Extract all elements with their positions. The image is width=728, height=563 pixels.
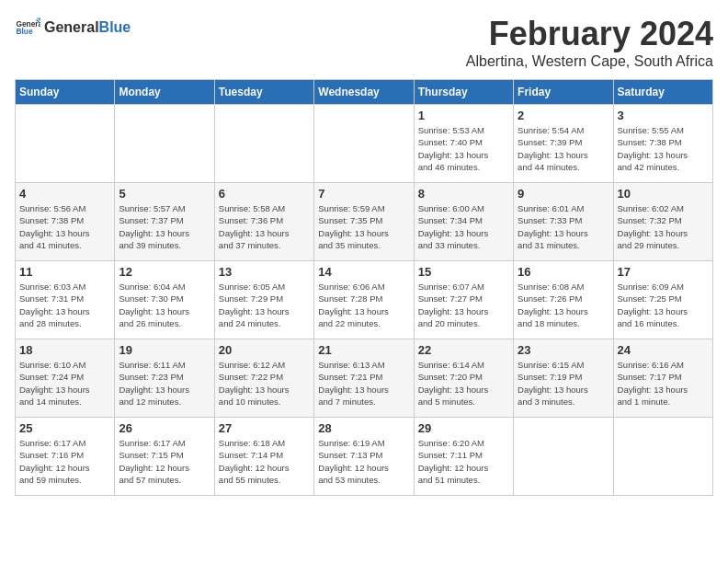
day-info: Sunrise: 6:18 AMSunset: 7:14 PMDaylight:… [219,437,310,486]
title-month: February 2024 [466,15,713,53]
title-location: Albertina, Western Cape, South Africa [466,53,713,70]
calendar-cell [613,418,712,496]
day-info: Sunrise: 5:57 AMSunset: 7:37 PMDaylight:… [119,202,210,251]
logo-icon: General Blue [15,15,40,40]
calendar-cell: 3Sunrise: 5:55 AMSunset: 7:38 PMDaylight… [613,105,712,183]
day-number: 11 [19,265,110,279]
header-thursday: Thursday [414,80,513,105]
logo: General Blue GeneralBlue [15,15,131,40]
header-saturday: Saturday [613,80,712,105]
calendar-cell: 6Sunrise: 5:58 AMSunset: 7:36 PMDaylight… [214,183,313,261]
day-info: Sunrise: 6:09 AMSunset: 7:25 PMDaylight:… [618,281,709,329]
day-info: Sunrise: 6:10 AMSunset: 7:24 PMDaylight:… [19,359,110,408]
calendar-header: Sunday Monday Tuesday Wednesday Thursday… [16,80,713,105]
calendar-cell: 7Sunrise: 5:59 AMSunset: 7:35 PMDaylight… [314,183,414,261]
day-number: 6 [219,187,310,201]
day-info: Sunrise: 6:12 AMSunset: 7:22 PMDaylight:… [219,359,310,408]
calendar-cell: 8Sunrise: 6:00 AMSunset: 7:34 PMDaylight… [414,183,513,261]
calendar-cell: 18Sunrise: 6:10 AMSunset: 7:24 PMDayligh… [16,339,115,418]
day-number: 13 [219,265,310,279]
day-info: Sunrise: 6:16 AMSunset: 7:17 PMDaylight:… [618,359,709,408]
day-number: 2 [518,109,609,122]
day-info: Sunrise: 5:58 AMSunset: 7:36 PMDaylight:… [219,202,310,251]
day-info: Sunrise: 5:55 AMSunset: 7:38 PMDaylight:… [618,124,709,173]
calendar-cell: 27Sunrise: 6:18 AMSunset: 7:14 PMDayligh… [214,418,313,496]
day-info: Sunrise: 6:05 AMSunset: 7:29 PMDaylight:… [219,281,310,329]
logo-blue-text: Blue [99,19,131,35]
calendar-cell: 14Sunrise: 6:06 AMSunset: 7:28 PMDayligh… [314,261,414,339]
day-number: 16 [518,265,609,279]
calendar-cell [115,105,214,183]
calendar-cell: 10Sunrise: 6:02 AMSunset: 7:32 PMDayligh… [613,183,712,261]
calendar-cell: 17Sunrise: 6:09 AMSunset: 7:25 PMDayligh… [613,261,712,339]
calendar-cell: 20Sunrise: 6:12 AMSunset: 7:22 PMDayligh… [214,339,313,418]
calendar-week-2: 4Sunrise: 5:56 AMSunset: 7:38 PMDaylight… [16,183,713,261]
title-area: February 2024 Albertina, Western Cape, S… [466,15,713,70]
day-info: Sunrise: 6:00 AMSunset: 7:34 PMDaylight:… [418,202,509,251]
day-info: Sunrise: 5:59 AMSunset: 7:35 PMDaylight:… [318,202,409,251]
calendar-cell: 12Sunrise: 6:04 AMSunset: 7:30 PMDayligh… [115,261,214,339]
calendar-week-1: 1Sunrise: 5:53 AMSunset: 7:40 PMDaylight… [16,105,713,183]
calendar-cell: 2Sunrise: 5:54 AMSunset: 7:39 PMDaylight… [514,105,613,183]
calendar-cell [214,105,313,183]
calendar-cell: 11Sunrise: 6:03 AMSunset: 7:31 PMDayligh… [16,261,115,339]
calendar-cell [314,105,414,183]
day-number: 24 [618,343,709,357]
day-number: 21 [318,343,409,357]
calendar-week-4: 18Sunrise: 6:10 AMSunset: 7:24 PMDayligh… [16,339,713,418]
day-number: 18 [19,343,110,357]
day-info: Sunrise: 5:56 AMSunset: 7:38 PMDaylight:… [19,202,110,251]
day-number: 10 [618,187,709,201]
day-number: 12 [119,265,210,279]
calendar-cell: 26Sunrise: 6:17 AMSunset: 7:15 PMDayligh… [115,418,214,496]
day-info: Sunrise: 6:06 AMSunset: 7:28 PMDaylight:… [318,281,409,329]
calendar-cell: 19Sunrise: 6:11 AMSunset: 7:23 PMDayligh… [115,339,214,418]
day-info: Sunrise: 6:01 AMSunset: 7:33 PMDaylight:… [518,202,609,251]
header-monday: Monday [115,80,214,105]
logo-general-text: GeneralBlue [44,19,131,36]
day-info: Sunrise: 6:17 AMSunset: 7:15 PMDaylight:… [119,437,210,486]
calendar-cell: 29Sunrise: 6:20 AMSunset: 7:11 PMDayligh… [414,418,513,496]
calendar-cell: 16Sunrise: 6:08 AMSunset: 7:26 PMDayligh… [514,261,613,339]
day-info: Sunrise: 6:13 AMSunset: 7:21 PMDaylight:… [318,359,409,408]
calendar-cell: 1Sunrise: 5:53 AMSunset: 7:40 PMDaylight… [414,105,513,183]
header-friday: Friday [514,80,613,105]
day-number: 15 [418,265,509,279]
day-info: Sunrise: 5:54 AMSunset: 7:39 PMDaylight:… [518,124,609,173]
day-number: 17 [618,265,709,279]
day-number: 28 [318,421,409,435]
day-info: Sunrise: 6:03 AMSunset: 7:31 PMDaylight:… [19,281,110,329]
day-info: Sunrise: 6:11 AMSunset: 7:23 PMDaylight:… [119,359,210,408]
day-info: Sunrise: 6:07 AMSunset: 7:27 PMDaylight:… [418,281,509,329]
day-number: 29 [418,421,509,435]
calendar-cell: 22Sunrise: 6:14 AMSunset: 7:20 PMDayligh… [414,339,513,418]
calendar-cell: 28Sunrise: 6:19 AMSunset: 7:13 PMDayligh… [314,418,414,496]
day-info: Sunrise: 6:20 AMSunset: 7:11 PMDaylight:… [418,437,509,486]
day-number: 14 [318,265,409,279]
day-number: 19 [119,343,210,357]
calendar-body: 1Sunrise: 5:53 AMSunset: 7:40 PMDaylight… [16,105,713,496]
day-info: Sunrise: 6:19 AMSunset: 7:13 PMDaylight:… [318,437,409,486]
header: General Blue GeneralBlue February 2024 A… [15,15,713,70]
svg-text:Blue: Blue [16,27,32,36]
day-number: 5 [119,187,210,201]
calendar-cell: 5Sunrise: 5:57 AMSunset: 7:37 PMDaylight… [115,183,214,261]
header-wednesday: Wednesday [314,80,414,105]
day-number: 23 [518,343,609,357]
calendar-cell: 21Sunrise: 6:13 AMSunset: 7:21 PMDayligh… [314,339,414,418]
calendar-cell: 9Sunrise: 6:01 AMSunset: 7:33 PMDaylight… [514,183,613,261]
calendar-week-3: 11Sunrise: 6:03 AMSunset: 7:31 PMDayligh… [16,261,713,339]
header-tuesday: Tuesday [214,80,313,105]
day-info: Sunrise: 6:14 AMSunset: 7:20 PMDaylight:… [418,359,509,408]
day-number: 1 [418,109,509,122]
calendar-cell: 24Sunrise: 6:16 AMSunset: 7:17 PMDayligh… [613,339,712,418]
calendar-cell: 25Sunrise: 6:17 AMSunset: 7:16 PMDayligh… [16,418,115,496]
day-info: Sunrise: 5:53 AMSunset: 7:40 PMDaylight:… [418,124,509,173]
calendar-week-5: 25Sunrise: 6:17 AMSunset: 7:16 PMDayligh… [16,418,713,496]
calendar-cell [16,105,115,183]
day-number: 25 [19,421,110,435]
header-row: Sunday Monday Tuesday Wednesday Thursday… [16,80,713,105]
day-number: 7 [318,187,409,201]
header-sunday: Sunday [16,80,115,105]
day-number: 3 [618,109,709,122]
